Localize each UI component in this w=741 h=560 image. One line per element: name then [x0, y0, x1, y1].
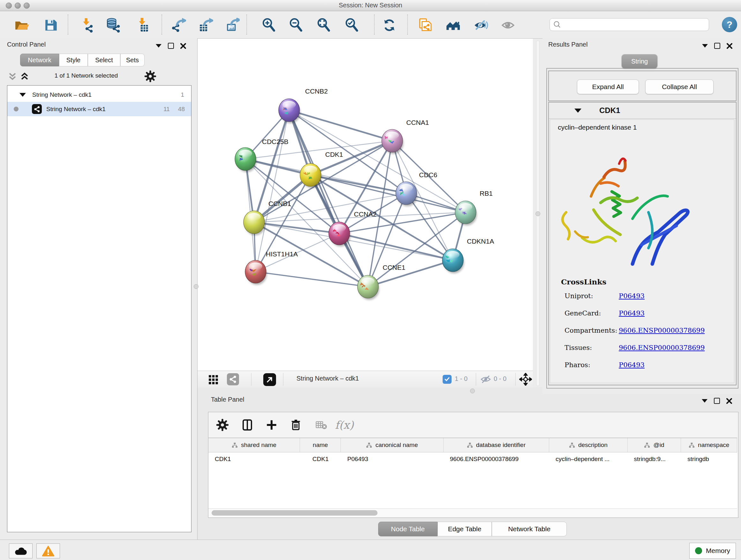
network-node-HIST1H1A[interactable]	[245, 260, 267, 285]
export-table-icon[interactable]	[198, 17, 214, 34]
network-node-CCNB2[interactable]	[279, 99, 300, 123]
crosslink-link[interactable]: P06493	[619, 309, 645, 317]
table-settings-gear-icon[interactable]	[214, 417, 231, 433]
gear-icon[interactable]	[144, 70, 156, 82]
table-panel-menu-icon[interactable]	[702, 399, 708, 402]
open-folder-icon[interactable]	[13, 17, 30, 34]
column-header-description[interactable]: description	[549, 438, 628, 452]
network-row-selected[interactable]: String Network – cdk1 11 48	[7, 102, 191, 116]
tab-network-table[interactable]: Network Table	[492, 522, 567, 537]
cloud-button[interactable]	[9, 543, 32, 558]
tab-select[interactable]: Select	[88, 54, 120, 66]
crosslink-label: Uniprot:	[550, 292, 619, 300]
network-collection-row[interactable]: String Network – cdk1 1	[7, 87, 191, 102]
column-header-namespace[interactable]: namespace	[681, 438, 737, 452]
protein-section: CDK1 cyclin–dependent kinase 1	[548, 102, 737, 385]
help-button[interactable]: ?	[722, 17, 737, 32]
delete-column-icon[interactable]	[287, 417, 304, 433]
cell-id: stringdb:9...	[628, 452, 681, 466]
network-node-CCNB1[interactable]	[244, 211, 265, 235]
open-in-new-window-icon[interactable]	[263, 373, 276, 386]
string-network-icon	[32, 104, 42, 114]
warning-button[interactable]	[37, 543, 60, 558]
tab-network[interactable]: Network	[20, 54, 59, 66]
network-node-CDC25B[interactable]	[235, 147, 257, 172]
crosslink-label: GeneCard:	[550, 309, 619, 317]
network-node-CCNE1[interactable]	[357, 275, 379, 300]
control-panel-close-icon[interactable]	[180, 43, 186, 49]
tab-sets[interactable]: Sets	[120, 54, 145, 66]
hide-selected-icon[interactable]	[473, 17, 489, 34]
toolbar-separator	[246, 14, 247, 35]
expand-all-icon[interactable]	[20, 71, 29, 82]
network-node-RB1[interactable]	[455, 201, 477, 226]
column-header-id[interactable]: @id	[628, 438, 681, 452]
network-node-CDKN1A[interactable]	[442, 249, 464, 273]
import-table-icon[interactable]	[134, 17, 151, 34]
network-canvas[interactable]: CCNB2CCNA1CDC25BCDK1CDC6RB1CCNB1CCNA2CDK…	[198, 39, 533, 371]
network-overview-icon[interactable]	[445, 17, 461, 34]
tab-edge-table[interactable]: Edge Table	[437, 522, 492, 537]
zoom-out-icon[interactable]	[288, 17, 305, 34]
tab-string[interactable]: String	[622, 54, 657, 68]
control-panel-menu-icon[interactable]	[156, 44, 161, 48]
zoom-in-icon[interactable]	[261, 17, 277, 34]
network-node-CCNA1[interactable]	[382, 129, 403, 154]
delete-table-icon	[313, 417, 330, 433]
save-session-icon[interactable]	[43, 17, 59, 34]
table-splitter-handle[interactable]	[470, 388, 475, 393]
network-node-CCNA2[interactable]	[329, 222, 350, 246]
memory-button[interactable]: Memory	[689, 543, 736, 559]
grid-view-icon[interactable]	[208, 374, 219, 385]
expand-all-button[interactable]: Expand All	[577, 79, 639, 94]
collapse-all-button[interactable]: Collapse All	[645, 79, 714, 94]
control-panel-float-icon[interactable]	[168, 43, 174, 49]
network-node-CDK1[interactable]	[300, 164, 322, 188]
protein-section-header[interactable]: CDK1	[549, 103, 736, 119]
zoom-selected-icon[interactable]	[344, 17, 360, 34]
results-panel-float-icon[interactable]	[714, 43, 720, 49]
refresh-view-icon[interactable]	[381, 17, 398, 34]
crosslink-link[interactable]: P06493	[619, 361, 645, 369]
results-splitter-handle[interactable]	[536, 211, 540, 216]
scrollbar-thumb[interactable]	[212, 510, 378, 516]
tree-expander-icon[interactable]	[19, 93, 26, 97]
crosslink-link[interactable]: 9606.ENSP00000378699	[619, 327, 704, 334]
zoom-fit-icon[interactable]	[316, 17, 332, 34]
selected-checkbox-icon[interactable]	[443, 375, 452, 384]
show-columns-icon[interactable]	[239, 417, 256, 433]
table-panel-float-icon[interactable]	[714, 398, 720, 404]
column-header-canonicalname[interactable]: canonical name	[341, 438, 443, 452]
export-image-icon[interactable]	[224, 17, 241, 34]
network-tree: String Network – cdk1 1 String Network –…	[7, 85, 192, 532]
results-panel-menu-icon[interactable]	[702, 44, 708, 48]
results-panel-close-icon[interactable]	[727, 43, 732, 49]
column-header-name[interactable]: name	[300, 438, 341, 452]
section-collapse-icon[interactable]	[575, 109, 582, 113]
string-view-icon[interactable]	[227, 373, 239, 385]
export-network-icon[interactable]	[171, 17, 187, 34]
column-header-sharedname[interactable]: shared name	[208, 438, 300, 452]
left-splitter-handle[interactable]	[194, 284, 199, 289]
search-input[interactable]	[561, 21, 709, 28]
birds-eye-crosshair-icon[interactable]	[519, 373, 532, 386]
import-network-icon[interactable]	[78, 17, 95, 34]
show-all-icon[interactable]	[500, 17, 517, 34]
column-header-databaseidentifier[interactable]: database identifier	[444, 438, 549, 452]
hidden-eye-icon[interactable]	[480, 374, 491, 384]
collapse-all-icon[interactable]	[8, 71, 17, 82]
tab-node-table[interactable]: Node Table	[378, 522, 437, 537]
tab-style[interactable]: Style	[59, 54, 88, 66]
table-row[interactable]: CDK1CDK1P064939606.ENSP00000378699cyclin…	[208, 452, 737, 466]
add-column-icon[interactable]	[263, 417, 280, 433]
crosslink-link[interactable]: P06493	[619, 292, 645, 300]
import-from-database-icon[interactable]	[105, 17, 122, 34]
network-edge	[339, 233, 453, 260]
crosslink-label: Compartments:	[550, 327, 619, 334]
copy-panel-icon[interactable]	[417, 17, 433, 34]
horizontal-scrollbar[interactable]	[208, 508, 737, 517]
network-node-CDC6[interactable]	[396, 182, 417, 206]
control-panel: Control Panel NetworkStyleSelectSets 1 o…	[0, 38, 198, 540]
table-panel-close-icon[interactable]	[726, 398, 732, 404]
crosslink-link[interactable]: 9606.ENSP00000378699	[619, 344, 704, 352]
